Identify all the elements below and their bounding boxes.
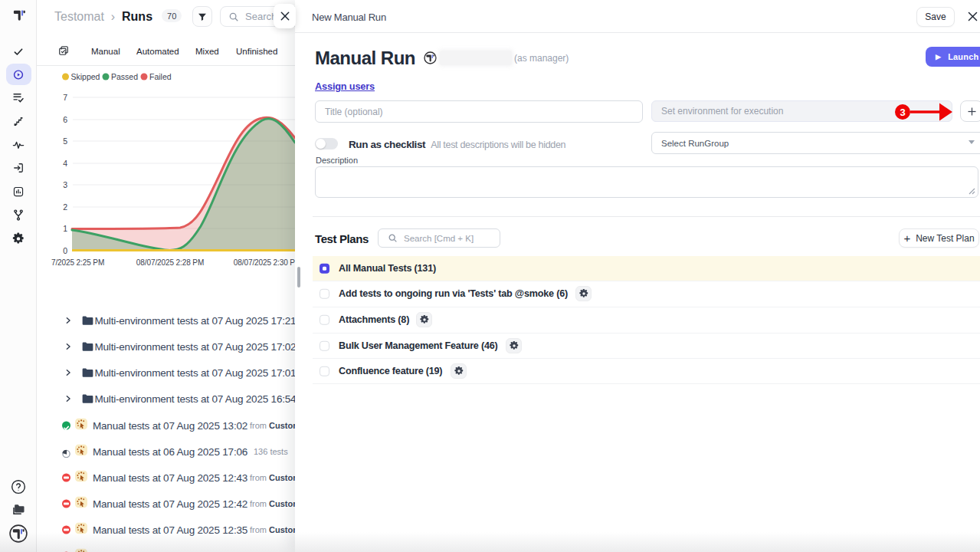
svg-text:08/07/2025 2:30 PM: 08/07/2025 2:30 PM <box>234 258 295 267</box>
svg-text:6: 6 <box>63 115 67 124</box>
svg-text:Passed: Passed <box>111 72 138 81</box>
svg-text:08/07/2025 2:25 PM: 08/07/2025 2:25 PM <box>37 258 104 267</box>
svg-text:08/07/2025 2:28 PM: 08/07/2025 2:28 PM <box>136 258 204 267</box>
svg-text:0: 0 <box>63 246 67 255</box>
svg-text:3: 3 <box>63 180 67 189</box>
svg-text:Failed: Failed <box>149 72 172 81</box>
svg-text:4: 4 <box>63 159 67 168</box>
svg-text:Skipped: Skipped <box>71 72 100 81</box>
svg-text:1: 1 <box>63 224 67 233</box>
svg-text:2: 2 <box>63 202 67 212</box>
svg-text:7: 7 <box>63 93 67 102</box>
svg-text:5: 5 <box>63 136 67 146</box>
